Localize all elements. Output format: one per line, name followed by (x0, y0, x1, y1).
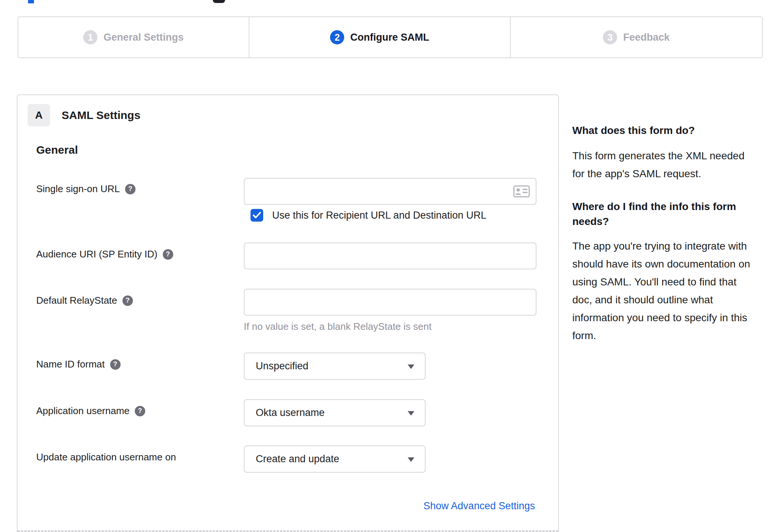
general-section-heading: General (36, 144, 78, 156)
wizard-stepper: 1 General Settings 2 Configure SAML 3 Fe… (18, 16, 763, 58)
relaystate-input[interactable] (244, 289, 536, 316)
update-username-select[interactable]: Create and update (244, 445, 426, 473)
saml-settings-panel: A SAML Settings General Single sign-on U… (17, 94, 559, 532)
audience-uri-label-text: Audience URI (SP Entity ID) (36, 248, 158, 260)
help-answer-2: The app you're trying to integrate with … (572, 237, 761, 345)
step-label: General Settings (103, 32, 184, 43)
update-username-label-text: Update application username on (36, 451, 176, 463)
contact-card-icon (513, 185, 530, 199)
update-username-label: Update application username on (36, 451, 176, 463)
name-id-format-value: Unspecified (256, 360, 308, 372)
help-icon[interactable]: ? (135, 406, 145, 416)
sso-url-label: Single sign-on URL ? (36, 183, 136, 195)
name-id-format-label-text: Name ID format (36, 359, 105, 370)
relaystate-input-wrap (244, 289, 536, 316)
update-username-value: Create and update (256, 453, 339, 465)
application-username-value: Okta username (256, 407, 325, 419)
relaystate-label: Default RelayState ? (36, 295, 133, 306)
help-answer-1: This form generates the XML needed for t… (572, 147, 761, 183)
recipient-destination-checkbox-label: Use this for Recipient URL and Destinati… (272, 209, 486, 222)
cropped-app-logo-fragment (213, 0, 225, 3)
step-general-settings[interactable]: 1 General Settings (18, 17, 249, 57)
panel-title: SAML Settings (62, 104, 140, 126)
sso-url-input-wrap (244, 178, 536, 205)
sso-url-label-text: Single sign-on URL (36, 183, 120, 195)
section-a-badge: A (28, 104, 50, 126)
application-username-label: Application username ? (36, 405, 145, 417)
application-username-label-text: Application username (36, 405, 130, 417)
section-divider (18, 531, 558, 532)
chevron-down-icon (408, 457, 414, 462)
step-feedback[interactable]: 3 Feedback (511, 17, 762, 57)
help-icon[interactable]: ? (163, 249, 173, 260)
name-id-format-select[interactable]: Unspecified (244, 353, 426, 380)
help-icon[interactable]: ? (110, 359, 121, 370)
help-icon[interactable]: ? (125, 184, 136, 194)
chevron-down-icon (408, 411, 414, 416)
help-question-1: What does this form do? (572, 123, 761, 138)
application-username-select[interactable]: Okta username (244, 399, 426, 426)
step-number-badge: 2 (330, 30, 344, 44)
cropped-logo-fragment (28, 0, 34, 3)
help-sidebar: What does this form do? This form genera… (572, 123, 761, 345)
step-label: Feedback (623, 32, 670, 43)
audience-uri-input[interactable] (244, 242, 536, 269)
audience-uri-label: Audience URI (SP Entity ID) ? (36, 248, 173, 260)
help-icon[interactable]: ? (122, 295, 133, 306)
step-number-badge: 1 (83, 30, 97, 44)
show-advanced-settings-link[interactable]: Show Advanced Settings (423, 500, 535, 512)
step-number-badge: 3 (603, 30, 617, 44)
help-question-2: Where do I find the info this form needs… (572, 199, 761, 229)
relaystate-label-text: Default RelayState (36, 295, 117, 306)
sso-url-input[interactable] (244, 178, 536, 205)
step-configure-saml[interactable]: 2 Configure SAML (249, 17, 511, 57)
chevron-down-icon (408, 364, 414, 369)
relaystate-hint: If no value is set, a blank RelayState i… (244, 321, 432, 332)
audience-uri-input-wrap (244, 242, 536, 269)
recipient-destination-checkbox[interactable] (251, 209, 263, 222)
step-label: Configure SAML (350, 32, 429, 43)
name-id-format-label: Name ID format ? (36, 359, 121, 370)
checkmark-icon (253, 212, 261, 219)
